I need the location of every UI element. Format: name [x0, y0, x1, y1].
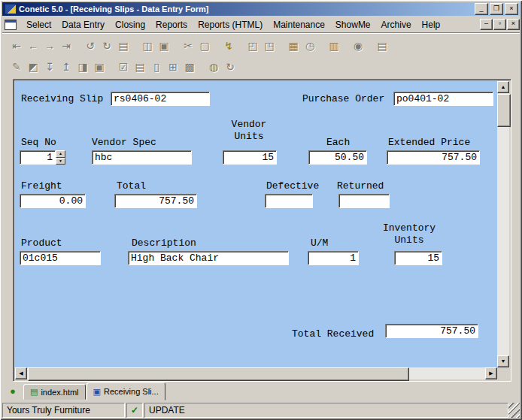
total-received-label: Total Received — [292, 328, 374, 340]
horizontal-scroll-thumb[interactable] — [28, 367, 409, 381]
description-field[interactable] — [128, 251, 289, 265]
horizontal-scrollbar[interactable]: ◀ ▶ — [15, 367, 497, 379]
company-name-panel: Yours Truly Furniture — [2, 403, 125, 418]
tab-bar: ● ▤ index.html ▣ Receiving Sli... — [2, 382, 520, 400]
vertical-scroll-thumb[interactable] — [497, 94, 511, 127]
freight-field[interactable] — [20, 194, 86, 208]
check-icon: ✓ — [126, 403, 143, 418]
calculator-icon[interactable]: ⊞ — [165, 59, 181, 75]
tab-receiving-slips[interactable]: ▣ Receiving Sli... — [86, 382, 165, 400]
paste-icon[interactable]: ▣ — [156, 38, 172, 54]
view-doc-icon[interactable]: ▤ — [374, 38, 390, 54]
redo-icon[interactable]: ↻ — [99, 38, 115, 54]
tab-label: index.html — [41, 388, 78, 397]
menu-closing[interactable]: Closing — [110, 18, 150, 32]
menu-maintenance[interactable]: Maintenance — [268, 18, 330, 32]
total-field[interactable] — [114, 194, 197, 208]
validate-icon[interactable]: ☑ — [115, 59, 132, 75]
new-window-icon[interactable]: ▦ — [285, 38, 302, 54]
um-field[interactable] — [308, 251, 359, 265]
copy-record-icon[interactable]: ◰ — [244, 38, 261, 54]
returned-field[interactable] — [338, 194, 390, 208]
spinner-up-icon[interactable]: ▲ — [56, 150, 65, 158]
status-bar: Yours Truly Furniture ✓ UPDATE — [2, 401, 520, 418]
toolbar-separator — [172, 38, 180, 54]
menu-reports-html[interactable]: Reports (HTML) — [193, 18, 268, 32]
vertical-scrollbar[interactable]: ▲ ▼ — [497, 81, 509, 367]
menu-help[interactable]: Help — [417, 18, 446, 32]
import-icon[interactable]: ↧ — [41, 59, 58, 75]
inventory-units-field[interactable] — [394, 251, 442, 265]
toolbar-row-1: ⇤ ← → ⇥ ↺ ↻ ▤ ◫ ▣ ✂ ▢ ↯ ◰ ◳ ▦ ◷ ▥ ◉ — [2, 35, 520, 56]
purchase-order-label: Purchase Order — [302, 93, 384, 104]
grid-icon[interactable]: ▩ — [181, 59, 198, 75]
paste-record-icon[interactable]: ◳ — [261, 38, 278, 54]
mail-icon[interactable]: ◨ — [74, 59, 91, 75]
menu-archive[interactable]: Archive — [376, 18, 417, 32]
run-query-icon[interactable]: ↯ — [220, 38, 237, 54]
document-icon[interactable] — [5, 20, 17, 30]
app-icon[interactable] — [5, 4, 17, 14]
purchase-order-field[interactable] — [393, 92, 493, 106]
minimize-button[interactable]: _ — [475, 3, 488, 15]
tab-index-html[interactable]: ▤ index.html — [23, 384, 86, 400]
scroll-down-icon[interactable]: ▼ — [497, 355, 509, 367]
toolbar-separator — [318, 38, 326, 54]
undo-icon[interactable]: ↺ — [82, 38, 99, 54]
scroll-right-icon[interactable]: ▶ — [485, 367, 497, 379]
scroll-left-icon[interactable]: ◀ — [15, 367, 27, 379]
each-field[interactable] — [308, 150, 367, 165]
report-icon[interactable]: ▤ — [132, 59, 148, 75]
seq-no-field[interactable] — [20, 150, 56, 165]
menu-select[interactable]: Select — [21, 18, 56, 32]
total-received-field[interactable] — [385, 324, 478, 338]
mode-status: UPDATE — [144, 403, 508, 418]
prev-record-icon[interactable]: ← — [25, 38, 41, 54]
restore-button[interactable]: ❐ — [490, 3, 503, 15]
menu-reports[interactable]: Reports — [150, 18, 193, 32]
refresh-icon[interactable]: ◍ — [205, 59, 222, 75]
extended-price-field[interactable] — [387, 150, 480, 165]
scroll-up-icon[interactable]: ▲ — [497, 81, 509, 93]
defective-field[interactable] — [265, 194, 313, 208]
export-icon[interactable]: ↥ — [58, 59, 74, 75]
first-record-icon[interactable]: ⇤ — [8, 38, 25, 54]
table-icon[interactable]: ▣ — [91, 59, 108, 75]
each-label: Each — [326, 137, 350, 148]
last-record-icon[interactable]: ⇥ — [58, 38, 74, 54]
record-icon[interactable]: ◉ — [350, 38, 366, 54]
total-label: Total — [117, 180, 146, 192]
spinner-down-icon[interactable]: ▼ — [56, 158, 65, 165]
toolbar-row-2: ✎ ◩ ↧ ↥ ◨ ▣ ☑ ▤ ▯ ⊞ ▩ ◍ ↻ — [2, 56, 520, 77]
menu-showme[interactable]: ShowMe — [330, 18, 376, 32]
next-record-icon[interactable]: → — [41, 38, 58, 54]
mdi-close-button[interactable]: × — [507, 19, 520, 30]
inventory-units-label: Inventory Units — [379, 222, 439, 246]
close-button[interactable]: × — [505, 3, 518, 15]
vendor-units-label: Vendor Units — [223, 119, 275, 143]
vendor-spec-field[interactable] — [92, 150, 192, 165]
mdi-minimize-button[interactable]: – — [480, 19, 493, 30]
duplicate-form-icon[interactable]: ◩ — [25, 59, 41, 75]
menu-data-entry[interactable]: Data Entry — [56, 18, 110, 32]
vendor-spec-label: Vendor Spec — [92, 137, 156, 148]
history-icon[interactable]: ◷ — [302, 38, 318, 54]
toolbar-separator — [198, 59, 205, 75]
tab-label: Receiving Sli... — [104, 387, 159, 396]
launcher-icon[interactable]: ● — [7, 385, 19, 397]
product-field[interactable] — [20, 251, 101, 265]
open-form-icon[interactable]: ▤ — [115, 38, 132, 54]
sync-icon[interactable]: ↻ — [222, 59, 238, 75]
receiving-slip-field[interactable] — [111, 92, 210, 106]
cut-icon[interactable]: ✂ — [180, 38, 196, 54]
copy-icon[interactable]: ◫ — [139, 38, 156, 54]
edit-form-icon[interactable]: ✎ — [8, 59, 25, 75]
print-icon[interactable]: ▥ — [326, 38, 342, 54]
toolbar-separator — [278, 38, 285, 54]
data-entry-form: Receiving Slip Purchase Order Vendor Uni… — [15, 81, 497, 367]
mdi-restore-button[interactable]: ▫ — [493, 19, 506, 30]
delete-icon[interactable]: ▢ — [196, 38, 213, 54]
trash-icon[interactable]: ▯ — [148, 59, 165, 75]
resize-grip[interactable] — [508, 403, 520, 418]
vendor-units-field[interactable] — [223, 150, 277, 165]
